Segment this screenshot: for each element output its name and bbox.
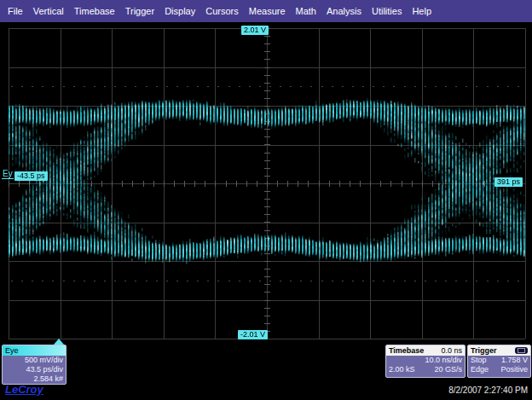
timebase-samplerate: 20 GS/s xyxy=(434,365,462,374)
eye-vdiv: 500 mV/div xyxy=(25,356,63,365)
eye-descriptor-panel[interactable]: Eye 500 mV/div 43.5 ps/div 2.584 k# xyxy=(2,345,66,385)
menu-trigger[interactable]: Trigger xyxy=(121,6,159,16)
menu-help[interactable]: Help xyxy=(408,6,436,16)
waveform-grid xyxy=(9,28,526,339)
menu-measure[interactable]: Measure xyxy=(245,6,290,16)
timebase-samples: 2.00 kS xyxy=(389,365,415,374)
menu-display[interactable]: Display xyxy=(160,6,200,16)
timebase-panel[interactable]: Timebase 0.0 ns 10.0 ns/div 2.00 kS 20 G… xyxy=(385,345,466,378)
menu-bar: File Vertical Timebase Trigger Display C… xyxy=(0,0,532,22)
eye-panel-header: Eye xyxy=(3,345,66,356)
bottom-voltage-label: -2.01 V xyxy=(238,330,268,339)
menu-math[interactable]: Math xyxy=(292,6,321,16)
timebase-tdiv: 10.0 ns/div xyxy=(425,356,462,365)
menu-vertical[interactable]: Vertical xyxy=(29,6,68,16)
oscilloscope-screen: File Vertical Timebase Trigger Display C… xyxy=(0,0,532,400)
left-time-label: -43.5 ps xyxy=(14,171,48,181)
trigger-mode: Stop xyxy=(471,356,487,365)
menu-file[interactable]: File xyxy=(3,6,27,16)
trace-position-marker xyxy=(54,339,64,345)
eye-panel-title: Eye xyxy=(5,345,19,356)
timebase-offset: 0.0 ns xyxy=(441,345,462,356)
trigger-panel-header: Trigger xyxy=(468,345,530,356)
trigger-type: Edge xyxy=(471,365,489,374)
trigger-slope: Positive xyxy=(500,365,528,374)
timebase-title: Timebase xyxy=(389,345,424,356)
lecroy-logo: LeCroy xyxy=(5,383,43,396)
top-voltage-label: 2.01 V xyxy=(241,26,269,35)
trigger-panel[interactable]: Trigger Stop 1.758 V Edge Positive xyxy=(467,345,531,378)
menu-timebase[interactable]: Timebase xyxy=(70,6,119,16)
trigger-level: 1.758 V xyxy=(501,356,528,365)
right-time-label: 391 ps xyxy=(494,177,523,187)
channel-label: Ey xyxy=(2,170,14,179)
menu-utilities[interactable]: Utilities xyxy=(367,6,406,16)
trigger-title: Trigger xyxy=(471,345,497,356)
clock-timestamp: 8/2/2007 2:27:40 PM xyxy=(448,386,528,395)
eye-hdiv: 43.5 ps/div xyxy=(26,365,63,374)
menu-cursors[interactable]: Cursors xyxy=(201,6,243,16)
menu-analysis[interactable]: Analysis xyxy=(322,6,366,16)
timebase-panel-header: Timebase 0.0 ns xyxy=(386,345,465,356)
trigger-source-icon xyxy=(515,347,528,354)
